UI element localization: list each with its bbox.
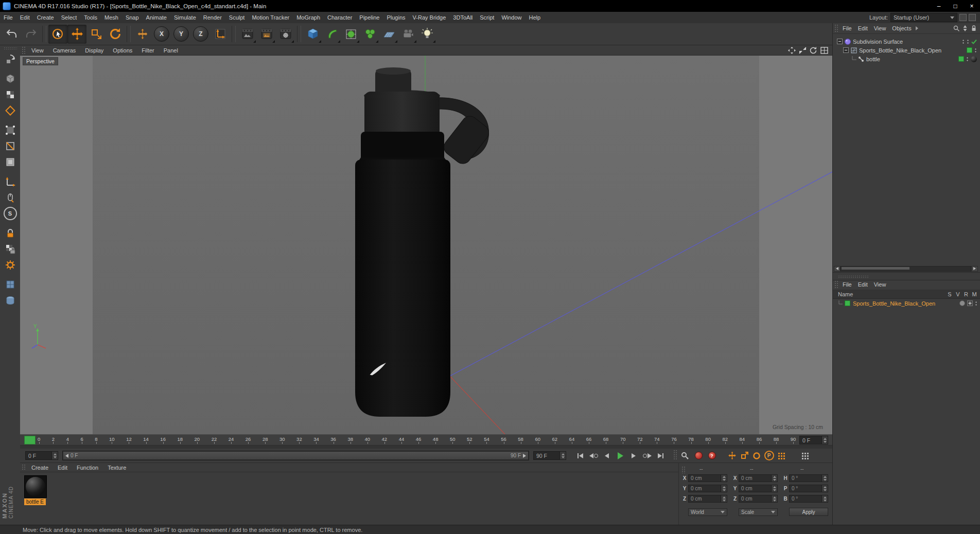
scale-tool-button[interactable]	[86, 25, 106, 44]
add-icon[interactable]	[967, 300, 973, 306]
previous-frame-button[interactable]	[600, 450, 614, 461]
z-axis-toggle[interactable]: Z	[193, 26, 208, 42]
viewport-menu-item[interactable]: View	[27, 47, 48, 54]
panel-grip[interactable]	[22, 464, 25, 471]
apply-button[interactable]: Apply	[789, 508, 828, 516]
size-field[interactable]: 0 cm	[739, 485, 778, 492]
redo-button[interactable]	[21, 25, 40, 44]
material-tag-icon[interactable]	[971, 56, 977, 62]
layout-select[interactable]: Startup (User)	[890, 13, 957, 22]
x-axis-toggle[interactable]: X	[154, 26, 169, 42]
points-mode-button[interactable]	[2, 122, 19, 138]
toggle-view-icon[interactable]	[820, 47, 828, 54]
layer-row-sports-bottle[interactable]: Sports_Bottle_Nike_Black_Open	[833, 299, 980, 308]
menu-item[interactable]: Script	[476, 12, 498, 23]
coordinate-system-button[interactable]	[211, 25, 230, 44]
subdivision-surface-button[interactable]	[341, 25, 360, 44]
material-menu-item[interactable]: Function	[72, 465, 103, 471]
visibility-dots-icon[interactable]	[974, 47, 977, 53]
current-frame-field[interactable]: 0 F	[799, 436, 828, 444]
menu-item[interactable]: Character	[324, 12, 356, 23]
stepper-icon[interactable]	[721, 485, 727, 492]
end-frame-field[interactable]: 90 F	[533, 451, 566, 460]
preview-range-slider[interactable]: 0 F 90 F	[62, 451, 529, 460]
menu-item[interactable]: V-Ray Bridge	[409, 12, 450, 23]
polygons-mode-button[interactable]	[2, 154, 19, 170]
record-keyframe-button[interactable]	[678, 450, 692, 461]
start-frame-field[interactable]: 0 F	[25, 451, 58, 460]
rotate-view-icon[interactable]	[810, 47, 817, 54]
move-tool-button[interactable]	[67, 25, 86, 44]
stepper-icon[interactable]	[821, 436, 828, 444]
menu-item[interactable]: File	[0, 12, 16, 23]
camera-button[interactable]	[398, 25, 417, 44]
scroll-left-button[interactable]	[834, 266, 841, 272]
axis-mode-button[interactable]	[2, 173, 19, 189]
lock-icon[interactable]	[971, 25, 977, 31]
panel-grip[interactable]	[834, 24, 838, 32]
panel-grip[interactable]	[834, 280, 838, 289]
visibility-dots-icon[interactable]	[962, 39, 965, 44]
material-menu-item[interactable]: Edit	[53, 465, 72, 471]
scroll-right-button[interactable]	[971, 266, 978, 272]
layer-panel-menu-item[interactable]: View	[871, 281, 889, 288]
menu-item[interactable]: Animate	[143, 12, 170, 23]
layer-color-chip[interactable]	[958, 56, 964, 62]
close-button[interactable]: ×	[964, 0, 980, 12]
model-mode-button[interactable]	[2, 70, 19, 86]
stepper-icon[interactable]	[721, 475, 727, 482]
object-manager-scrollbar[interactable]	[834, 266, 978, 271]
maximize-button[interactable]: □	[947, 0, 964, 12]
object-manager-menu-item[interactable]: Objects	[889, 25, 914, 31]
tree-item-sports-bottle[interactable]: Sports_Bottle_Nike_Black_Open	[833, 46, 980, 55]
workspace-icon[interactable]	[969, 14, 976, 21]
make-editable-button[interactable]	[2, 51, 19, 67]
stepper-icon[interactable]	[51, 452, 58, 459]
menu-item[interactable]: Mesh	[101, 12, 122, 23]
viewport-menu-item[interactable]: Cameras	[48, 47, 81, 54]
menu-item[interactable]: Select	[58, 12, 81, 23]
uv-tool-button[interactable]	[2, 276, 19, 292]
recent-tool-button[interactable]	[133, 25, 152, 44]
coordinate-space-dropdown[interactable]: World	[688, 508, 727, 516]
menu-item[interactable]: Snap	[122, 12, 143, 23]
goto-start-button[interactable]	[573, 450, 587, 461]
menu-item[interactable]: Sculpt	[225, 12, 249, 23]
size-field[interactable]: 0 cm	[739, 495, 778, 503]
position-field[interactable]: 0 cm	[688, 495, 727, 503]
rotation-field[interactable]: 0 °	[789, 485, 828, 492]
minimize-button[interactable]: –	[931, 0, 947, 12]
record-rotation-toggle[interactable]	[750, 450, 763, 461]
autokey-button[interactable]: ?	[705, 450, 719, 461]
rotation-field[interactable]: 0 °	[789, 474, 828, 482]
visibility-dots-icon[interactable]	[967, 39, 969, 44]
material-menu-item[interactable]: Texture	[103, 465, 131, 471]
menu-item[interactable]: Edit	[16, 12, 33, 23]
position-field[interactable]: 0 cm	[688, 485, 727, 492]
viewport-select-button[interactable]	[2, 189, 19, 205]
texture-lock-button[interactable]	[2, 241, 19, 257]
pen-tool-button[interactable]	[322, 25, 341, 44]
layer-color-chip[interactable]	[967, 47, 972, 53]
solo-toggle-icon[interactable]	[959, 300, 965, 306]
expander-icon[interactable]	[843, 47, 849, 53]
content-browser-button[interactable]	[2, 292, 19, 308]
record-button[interactable]	[692, 450, 705, 461]
menu-item[interactable]: Window	[498, 12, 525, 23]
zoom-view-icon[interactable]	[799, 47, 807, 54]
goto-end-button[interactable]	[654, 450, 667, 461]
next-key-button[interactable]	[640, 450, 654, 461]
snap-toggle-button[interactable]: S	[2, 205, 19, 221]
search-icon[interactable]	[953, 25, 959, 31]
menu-item[interactable]: Tools	[80, 12, 101, 23]
cube-primitive-button[interactable]	[303, 25, 322, 44]
render-picture-viewer-button[interactable]	[257, 25, 276, 44]
camera-view-label[interactable]: Perspective	[23, 57, 58, 65]
lock-workplane-button[interactable]	[2, 225, 19, 241]
menu-item[interactable]: Plugins	[383, 12, 409, 23]
layer-panel-menu-item[interactable]: File	[839, 281, 855, 288]
range-left-arrow-icon[interactable]	[65, 454, 68, 458]
layer-panel-menu-item[interactable]: Edit	[855, 281, 871, 288]
range-right-arrow-icon[interactable]	[523, 454, 526, 458]
texture-mode-button[interactable]	[2, 86, 19, 102]
